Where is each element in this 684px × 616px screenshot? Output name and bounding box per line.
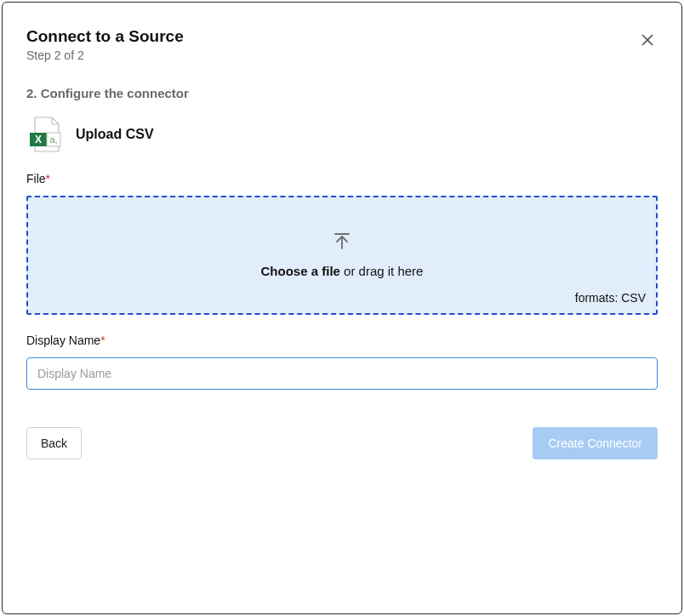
close-icon [641,33,654,47]
button-row: Back Create Connector [26,427,658,459]
file-label: File* [26,172,658,185]
required-asterisk: * [46,172,50,185]
connector-name: Upload CSV [76,127,154,142]
modal-title: Connect to a Source [26,26,184,48]
formats-hint: formats: CSV [575,291,646,305]
required-asterisk: * [100,334,105,347]
csv-file-icon: X a, [26,116,64,153]
back-button[interactable]: Back [26,427,82,459]
choose-file-text: Choose a file [261,264,340,278]
file-dropzone[interactable]: Choose a file or drag it here formats: C… [26,196,658,315]
section-heading: 2. Configure the connector [26,86,658,100]
drag-here-text: or drag it here [340,264,424,278]
dropzone-text: Choose a file or drag it here [261,264,424,278]
connector-row: X a, Upload CSV [26,116,658,153]
modal-header: Connect to a Source Step 2 of 2 [26,26,658,62]
close-button[interactable] [637,30,658,53]
create-connector-button[interactable]: Create Connector [533,427,658,459]
svg-text:a,: a, [49,134,57,145]
upload-arrow-icon [332,231,352,252]
connect-source-modal: Connect to a Source Step 2 of 2 2. Confi… [2,2,682,614]
display-name-label-text: Display Name [26,334,100,347]
display-name-input[interactable] [26,357,658,390]
file-label-text: File [26,172,46,185]
step-indicator: Step 2 of 2 [26,48,184,62]
svg-text:X: X [35,134,42,145]
header-text: Connect to a Source Step 2 of 2 [26,26,184,62]
display-name-label: Display Name* [26,334,658,347]
